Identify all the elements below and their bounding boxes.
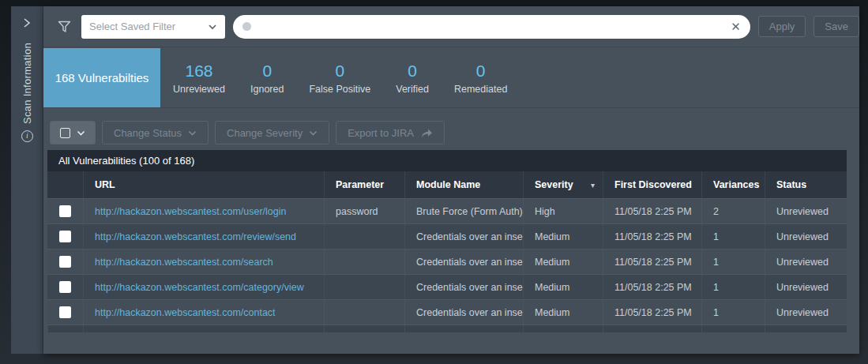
sidebar-title: Scan Information	[21, 43, 33, 124]
cell-severity: Medium	[523, 300, 603, 325]
cell-module: Credentials over an insecu…	[404, 250, 523, 274]
filter-bar: Select Saved Filter ✕ Apply Save	[43, 6, 859, 47]
header-url[interactable]: URL	[83, 171, 324, 198]
cell-first-discovered: 11/05/18 2:25 PM	[603, 224, 701, 249]
info-icon: i	[21, 130, 33, 142]
cell-first-discovered: 11/05/18 2:25 PM	[603, 300, 701, 325]
cell-parameter	[324, 250, 404, 274]
filter-funnel-icon	[58, 21, 71, 33]
tab-all-vulnerabilities[interactable]: 168 Vulnerabilties	[43, 48, 160, 107]
table-row: http://hackazon.webscantest.com/search C…	[47, 249, 847, 274]
cell-status: Unreviewed	[765, 275, 847, 299]
stat-ignored[interactable]: 0 Ignored	[238, 48, 296, 107]
cell-first-discovered: 11/05/18 2:25 PM	[603, 275, 701, 299]
cell-first-discovered: 11/05/18 2:25 PM	[603, 250, 701, 274]
chevron-down-icon	[309, 130, 318, 136]
cell-first-discovered: 11/05/18 2:25 PM	[603, 199, 701, 223]
cell-url[interactable]: http://hackazon.webscantest.com/contact	[83, 300, 324, 325]
stat-verified[interactable]: 0 Verified	[383, 48, 442, 107]
table-row: http://hackazon.webscantest.com/contact …	[47, 299, 847, 325]
header-checkbox-column	[47, 171, 83, 198]
row-checkbox[interactable]	[59, 231, 71, 242]
header-first-discovered[interactable]: First Discovered	[603, 171, 701, 198]
cell-parameter	[324, 224, 404, 249]
stat-remediated-label: Remediated	[454, 84, 507, 95]
cell-status: Unreviewed	[765, 224, 847, 249]
cell-module: Credentials over an insecu…	[404, 300, 523, 325]
save-button[interactable]: Save	[814, 16, 859, 37]
sort-desc-icon: ▾	[591, 181, 595, 190]
stat-ignored-label: Ignored	[250, 84, 284, 95]
cell-severity: Medium	[523, 275, 603, 299]
header-parameter[interactable]: Parameter	[324, 171, 404, 198]
clear-search-icon[interactable]: ✕	[731, 21, 741, 32]
cell-status: Unreviewed	[765, 300, 847, 325]
row-checkbox-cell	[47, 275, 83, 299]
table-row: http://hackazon.webscantest.com/category…	[47, 274, 847, 299]
header-variances[interactable]: Variances	[701, 171, 765, 198]
search-dot-icon	[242, 22, 251, 31]
header-severity[interactable]: Severity ▾	[523, 171, 603, 198]
select-all-dropdown-button[interactable]	[50, 121, 96, 144]
bulk-actions-toolbar: Change Status Change Severity Export to …	[50, 121, 445, 144]
row-checkbox[interactable]	[59, 256, 71, 268]
sidebar-vertical-label: i Scan Information	[21, 43, 33, 142]
stat-ignored-value: 0	[262, 62, 272, 81]
cell-status: Unreviewed	[765, 199, 847, 223]
cell-url[interactable]: http://hackazon.webscantest.com/category…	[83, 275, 324, 299]
export-to-jira-button[interactable]: Export to JIRA	[336, 121, 445, 144]
partial-next-row	[47, 325, 847, 332]
row-checkbox-cell	[47, 199, 83, 223]
table-row: http://hackazon.webscantest.com/user/log…	[47, 198, 847, 223]
stat-remediated-value: 0	[476, 62, 486, 81]
change-status-button[interactable]: Change Status	[102, 121, 209, 144]
cell-variances: 2	[701, 199, 765, 223]
change-severity-button[interactable]: Change Severity	[215, 121, 329, 144]
cell-severity: High	[523, 199, 603, 223]
cell-url[interactable]: http://hackazon.webscantest.com/review/s…	[83, 224, 324, 249]
chevron-down-icon	[208, 24, 217, 30]
row-checkbox[interactable]	[59, 306, 71, 318]
change-status-label: Change Status	[114, 127, 182, 139]
apply-button[interactable]: Apply	[758, 16, 806, 37]
cell-url[interactable]: http://hackazon.webscantest.com/user/log…	[83, 199, 324, 223]
cell-severity: Medium	[523, 224, 603, 249]
row-checkbox[interactable]	[59, 281, 71, 293]
saved-filter-select[interactable]: Select Saved Filter	[81, 15, 225, 39]
change-severity-label: Change Severity	[227, 127, 302, 139]
cell-url[interactable]: http://hackazon.webscantest.com/search	[83, 250, 324, 274]
export-to-jira-label: Export to JIRA	[348, 127, 414, 139]
stat-verified-value: 0	[408, 62, 417, 81]
filter-search-input[interactable]	[257, 21, 725, 32]
scan-information-sidebar[interactable]: i Scan Information	[11, 6, 43, 354]
export-arrow-icon	[420, 128, 433, 138]
chevron-down-icon	[188, 130, 197, 136]
cell-variances: 1	[701, 224, 765, 249]
chevron-down-icon	[77, 130, 85, 136]
stat-unreviewed[interactable]: 168 Unreviewed	[160, 48, 238, 107]
row-checkbox-cell	[47, 224, 83, 249]
stat-unreviewed-label: Unreviewed	[173, 84, 225, 95]
stat-false-positive[interactable]: 0 False Positive	[296, 48, 383, 107]
cell-module: Credentials over an insecu…	[404, 224, 523, 249]
row-checkbox-cell	[47, 300, 83, 325]
cell-parameter: password	[324, 199, 404, 223]
cell-severity: Medium	[523, 250, 603, 274]
table-title: All Vulnerabilities (100 of 168)	[47, 150, 847, 171]
cell-status: Unreviewed	[765, 250, 847, 274]
stat-remediated[interactable]: 0 Remediated	[442, 48, 520, 107]
header-module-name[interactable]: Module Name	[404, 171, 523, 198]
header-status[interactable]: Status	[765, 171, 847, 198]
header-severity-label: Severity	[535, 179, 573, 190]
table-header-row: URL Parameter Module Name Severity ▾ Fir…	[47, 171, 847, 198]
cell-module: Credentials over an insecu…	[404, 275, 523, 299]
stat-unreviewed-value: 168	[185, 62, 212, 81]
cell-variances: 1	[701, 300, 765, 325]
expand-sidebar-chevron-icon[interactable]	[22, 17, 32, 28]
select-all-checkbox-icon	[60, 128, 70, 138]
row-checkbox[interactable]	[59, 205, 71, 217]
main-panel: Select Saved Filter ✕ Apply Save 168 Vul…	[43, 6, 859, 354]
cell-parameter	[324, 275, 404, 299]
stat-false-positive-label: False Positive	[309, 84, 370, 95]
filter-search-box[interactable]: ✕	[233, 15, 750, 39]
